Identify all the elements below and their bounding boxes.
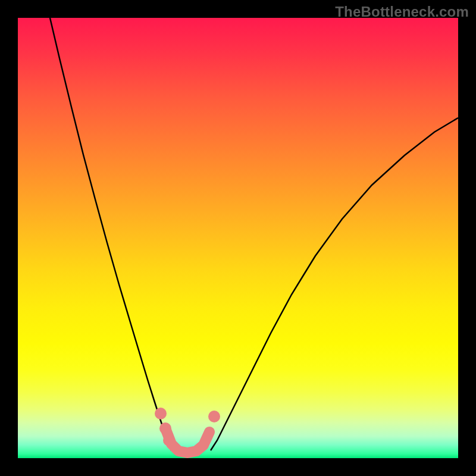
curve-layer [18,18,458,458]
series-left-branch [50,18,171,450]
watermark-text: TheBottleneck.com [335,4,469,20]
dot-right-1 [208,411,220,422]
dot-left-1 [155,408,167,419]
plot-area [18,18,458,458]
series-right-branch [211,118,458,450]
dot-left-3 [163,434,175,446]
chart-frame: TheBottleneck.com [0,0,476,476]
dot-left-2 [159,422,171,434]
